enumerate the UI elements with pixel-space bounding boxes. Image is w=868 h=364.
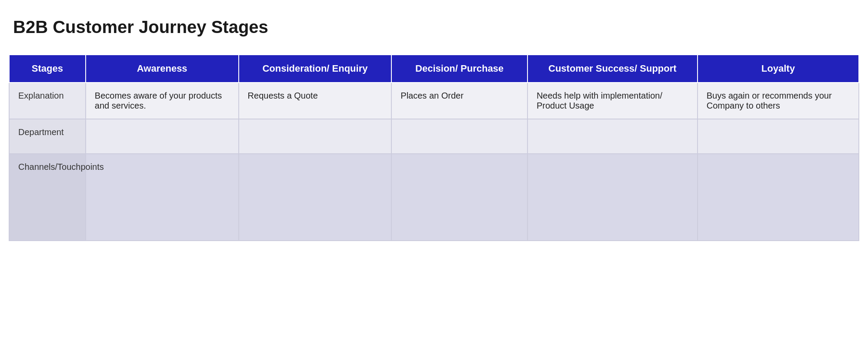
cell-channels-success	[527, 154, 698, 241]
cell-explanation-decision: Places an Order	[391, 83, 527, 119]
header-row: Stages Awareness Consideration/ Enquiry …	[9, 55, 859, 83]
header-consideration: Consideration/ Enquiry	[239, 55, 392, 83]
row-label-department: Department	[9, 119, 86, 154]
header-stages: Stages	[9, 55, 86, 83]
cell-channels-consideration	[239, 154, 392, 241]
row-label-explanation: Explanation	[9, 83, 86, 119]
row-label-channels: Channels/Touchpoints	[9, 154, 86, 241]
header-awareness: Awareness	[86, 55, 239, 83]
cell-explanation-awareness: Becomes aware of your products and servi…	[86, 83, 239, 119]
table-row-department: Department	[9, 119, 859, 154]
header-loyalty: Loyalty	[698, 55, 859, 83]
cell-department-success	[527, 119, 698, 154]
table-row-explanation: Explanation Becomes aware of your produc…	[9, 83, 859, 119]
journey-table: Stages Awareness Consideration/ Enquiry …	[9, 54, 859, 241]
cell-department-awareness	[86, 119, 239, 154]
cell-channels-decision	[391, 154, 527, 241]
page-title: B2B Customer Journey Stages	[9, 17, 859, 37]
cell-explanation-loyalty: Buys again or recommends your Company to…	[698, 83, 859, 119]
cell-department-decision	[391, 119, 527, 154]
header-success: Customer Success/ Support	[527, 55, 698, 83]
header-decision: Decision/ Purchase	[391, 55, 527, 83]
cell-department-consideration	[239, 119, 392, 154]
table-row-channels: Channels/Touchpoints	[9, 154, 859, 241]
cell-explanation-consideration: Requests a Quote	[239, 83, 392, 119]
cell-channels-awareness	[86, 154, 239, 241]
cell-explanation-success: Needs help with implementation/ Product …	[527, 83, 698, 119]
cell-channels-loyalty	[698, 154, 859, 241]
cell-department-loyalty	[698, 119, 859, 154]
